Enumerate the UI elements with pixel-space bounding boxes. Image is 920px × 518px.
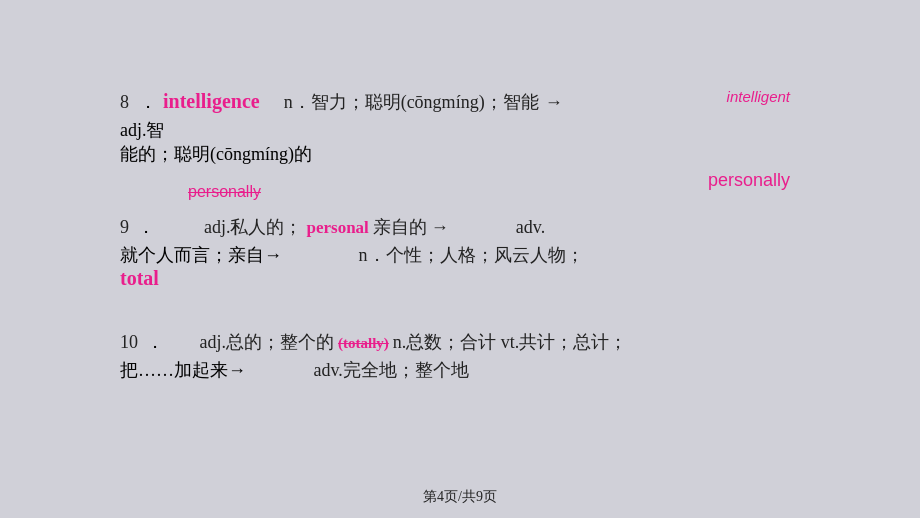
floating-personally-label: personally bbox=[708, 170, 790, 191]
entry-8-pos: n．智力；聪明(cōngmíng)；智能 bbox=[266, 90, 539, 114]
floating-intelligent-label: intelligent bbox=[727, 88, 790, 105]
entry-9-adj: adj.私人的； bbox=[159, 215, 303, 239]
entry-8-dot: ． bbox=[139, 90, 157, 114]
entry-9-total-word: total bbox=[120, 267, 159, 289]
entry-8-arrow: → bbox=[545, 92, 563, 113]
entry-9-adj2: 亲自的 bbox=[373, 215, 427, 239]
entry-10-totally: (totally) bbox=[338, 335, 389, 352]
entry-9-adv: adv. bbox=[453, 217, 545, 238]
entry-8-word: intelligence bbox=[163, 90, 260, 113]
entry-9-line1: 9 ． adj.私人的； personal 亲自的 → adv. bbox=[120, 215, 840, 239]
entry-8-def2: 能的；聪明(cōngmíng)的 bbox=[120, 144, 312, 164]
entry-8-line2: adj.智 bbox=[120, 118, 563, 142]
entry-8: 8 ． intelligence n．智力；聪明(cōngmíng)；智能 → … bbox=[120, 90, 563, 166]
entry-8-line1: 8 ． intelligence n．智力；聪明(cōngmíng)；智能 → bbox=[120, 90, 563, 114]
entry-9-word: personal bbox=[307, 218, 369, 238]
entry-8-adj: adj.智 bbox=[120, 120, 165, 140]
entry-9-line2: 就个人而言；亲自→ n．个性；人格；风云人物； bbox=[120, 243, 840, 267]
entry-10-def2: 把……加起来→ bbox=[120, 360, 246, 380]
entry-9-number: 9 bbox=[120, 217, 129, 238]
entry-10-dot: ． bbox=[146, 330, 164, 354]
page-footer: 第4页/共9页 bbox=[0, 488, 920, 506]
entry-9-n: n．个性；人格；风云人物； bbox=[287, 245, 584, 265]
entry-10-adv: adv.完全地；整个地 bbox=[251, 360, 469, 380]
entry-10-line1: 10 ． adj.总的；整个的 (totally) n.总数；合计 vt.共计；… bbox=[120, 330, 840, 354]
entry-9-line3: total bbox=[120, 267, 840, 290]
entry-10-n: n.总数；合计 vt.共计；总计； bbox=[393, 330, 628, 354]
entry-10-number: 10 bbox=[120, 332, 138, 353]
page-number: 第4页/共9页 bbox=[423, 489, 497, 504]
entry-9-arrow: → bbox=[431, 217, 449, 238]
entry-9-dot: ． bbox=[137, 215, 155, 239]
entry-10: 10 ． adj.总的；整个的 (totally) n.总数；合计 vt.共计；… bbox=[120, 330, 840, 382]
entry-9-def2: 就个人而言；亲自→ bbox=[120, 245, 282, 265]
entry-10-line2: 把……加起来→ adv.完全地；整个地 bbox=[120, 358, 840, 382]
strikethrough-personally-label: personally bbox=[188, 183, 261, 201]
entry-8-number: 8 bbox=[120, 92, 129, 113]
entry-9: 9 ． adj.私人的； personal 亲自的 → adv. 就个人而言；亲… bbox=[120, 215, 840, 290]
entry-10-adj: adj.总的；整个的 bbox=[168, 330, 334, 354]
entry-8-line3: 能的；聪明(cōngmíng)的 bbox=[120, 142, 563, 166]
